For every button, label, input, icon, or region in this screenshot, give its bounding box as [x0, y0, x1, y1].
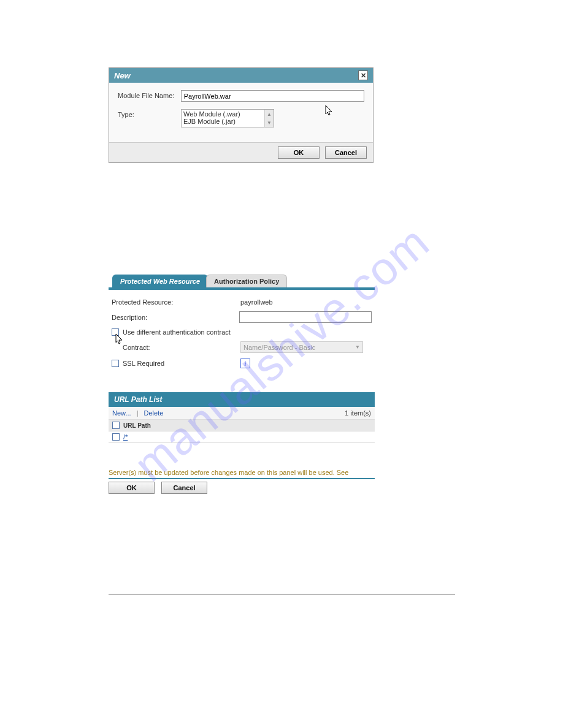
protected-resource-value: payrollweb: [240, 298, 273, 306]
contract-label: Contract:: [112, 344, 240, 351]
dialog-titlebar: New ✕: [109, 68, 373, 83]
resource-form: Protected Resource: payrollweb Descripti…: [109, 290, 375, 377]
cancel-button[interactable]: Cancel: [325, 146, 367, 159]
new-link[interactable]: New...: [112, 409, 131, 417]
cancel-button[interactable]: Cancel: [161, 482, 207, 494]
list-column-header: URL Path: [109, 420, 375, 431]
scroll-up-icon[interactable]: ▲: [265, 110, 274, 118]
select-all-checkbox[interactable]: [112, 422, 120, 429]
scroll-down-icon[interactable]: ▼: [265, 118, 274, 127]
type-label: Type:: [118, 109, 181, 118]
dialog-title: New: [114, 71, 131, 80]
list-toolbar: New... | Delete 1 item(s): [109, 407, 375, 420]
close-icon[interactable]: ✕: [358, 70, 368, 80]
use-contract-label: Use different authentication contract: [123, 328, 231, 336]
type-option-war[interactable]: Web Module (.war): [183, 110, 262, 118]
contract-select[interactable]: Name/Password - Basic ▼: [240, 341, 363, 353]
tab-protected-resource[interactable]: Protected Web Resource: [112, 275, 208, 287]
description-input[interactable]: [239, 311, 372, 323]
ssl-checkbox[interactable]: [112, 360, 119, 367]
cursor-icon: [325, 105, 334, 116]
dialog-body: Module File Name: Type: Web Module (.war…: [109, 83, 373, 142]
ok-button[interactable]: OK: [278, 146, 320, 159]
type-listbox[interactable]: Web Module (.war) EJB Module (.jar) ▲ ▼: [181, 109, 274, 127]
description-label: Description:: [112, 314, 239, 321]
update-notice: Server(s) must be updated before changes…: [109, 469, 375, 476]
ok-button[interactable]: OK: [109, 482, 155, 494]
listbox-scrollbar[interactable]: ▲ ▼: [264, 110, 274, 127]
use-contract-checkbox[interactable]: [112, 328, 119, 336]
delete-link[interactable]: Delete: [144, 409, 164, 417]
info-icon[interactable]: i: [240, 358, 250, 368]
url-path-list-header: URL Path List: [109, 392, 375, 407]
chevron-down-icon: ▼: [355, 344, 360, 350]
column-url-path: URL Path: [123, 422, 151, 429]
protected-resource-label: Protected Resource:: [112, 298, 240, 306]
new-dialog: New ✕ Module File Name: Type: Web Module…: [109, 67, 373, 163]
tab-authorization-policy[interactable]: Authorization Policy: [206, 275, 287, 287]
module-file-input[interactable]: [181, 90, 364, 102]
item-count: 1 item(s): [345, 409, 371, 417]
tab-bar: Protected Web Resource Authorization Pol…: [112, 275, 375, 287]
url-path-link[interactable]: /*: [123, 433, 128, 441]
type-option-jar[interactable]: EJB Module (.jar): [183, 118, 262, 125]
notice-divider: [109, 478, 375, 479]
contract-value: Name/Password - Basic: [243, 344, 315, 351]
page-divider: [109, 594, 455, 594]
module-file-label: Module File Name:: [118, 90, 181, 99]
action-buttons: OK Cancel: [109, 482, 375, 494]
resource-panel: Protected Web Resource Authorization Pol…: [109, 275, 375, 494]
list-row: /*: [109, 431, 375, 443]
separator: |: [137, 409, 139, 417]
ssl-label: SSL Required: [123, 360, 164, 367]
dialog-footer: OK Cancel: [109, 142, 373, 162]
row-checkbox[interactable]: [112, 433, 120, 441]
